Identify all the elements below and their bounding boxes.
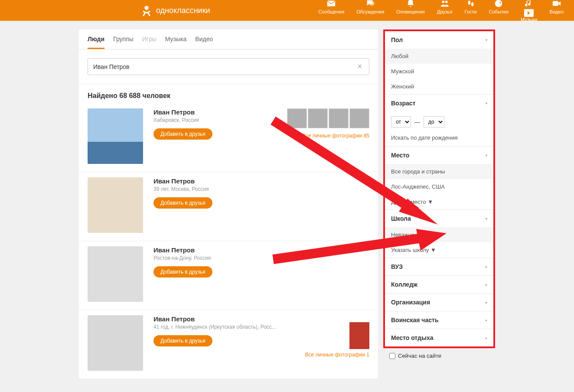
ok-logo-icon	[140, 4, 153, 16]
chevron-right-icon: ▸	[486, 301, 487, 304]
filter-school-head[interactable]: Школа▾	[385, 210, 493, 227]
main-column: Люди Группы Игры Музыка Видео × Найдено …	[79, 29, 378, 379]
nav-notifications[interactable]: Оповещения	[396, 0, 425, 22]
filters-sidebar: Пол▾ Любой Мужской Женский Возраст▾ от —…	[383, 29, 495, 348]
all-photos-link[interactable]: Все личные фотографии 1	[305, 352, 369, 358]
svg-point-5	[471, 2, 473, 6]
photo-thumb[interactable]	[287, 108, 307, 128]
filter-gender-female[interactable]: Женский	[385, 79, 493, 94]
video-icon	[552, 0, 561, 8]
result-location: Ростов-на-Дону, Россия	[153, 255, 369, 261]
music-play-thumb	[524, 9, 534, 17]
nav-messages[interactable]: Сообщения	[318, 0, 344, 22]
nav-music[interactable]: Музыка	[521, 0, 538, 22]
filter-place: Место▾ Все города и страны Лос-Анджелес,…	[385, 147, 493, 210]
chevron-down-icon: ▾	[486, 38, 487, 42]
photo-thumb[interactable]	[329, 108, 349, 128]
svg-rect-7	[553, 1, 558, 6]
nav-video[interactable]: Видео	[550, 0, 564, 22]
result-row: Иван Петров Хабаровск, Россия Добавить в…	[79, 103, 378, 172]
add-friend-button[interactable]: Добавить в друзья	[153, 197, 212, 209]
age-from-select[interactable]: от	[391, 116, 411, 127]
result-location: 41 год, г. Нижнеудинск (Иркутская област…	[153, 324, 369, 330]
filter-org[interactable]: Организация▸	[385, 294, 493, 311]
filter-gender: Пол▾ Любой Мужской Женский	[385, 31, 493, 95]
age-to-select[interactable]: до	[424, 116, 444, 127]
age-dash: —	[414, 119, 420, 125]
avatar[interactable]	[88, 246, 143, 302]
add-friend-button[interactable]: Добавить в друзья	[153, 128, 212, 140]
avatar[interactable]	[88, 315, 143, 371]
photo-thumb[interactable]	[349, 108, 369, 128]
logo-text: одноклассники	[156, 6, 210, 15]
bell-icon	[406, 0, 415, 8]
result-name[interactable]: Иван Петров	[153, 246, 369, 254]
chevron-right-icon: ▸	[486, 283, 487, 287]
online-now-label: Сейчас на сайте	[398, 353, 441, 359]
svg-point-4	[468, 1, 470, 5]
footprints-icon	[466, 0, 476, 8]
logo[interactable]: одноклассники	[140, 4, 210, 16]
filter-school-specify[interactable]: Указать школу ▼	[385, 242, 493, 258]
filter-college[interactable]: Колледж▸	[385, 276, 493, 294]
music-icon	[524, 0, 534, 8]
search-by-dob-link[interactable]: Искать по дате рождения	[385, 132, 493, 146]
result-name[interactable]: Иван Петров	[153, 315, 369, 323]
all-photos-link[interactable]: Все личные фотографии 85	[302, 133, 369, 139]
results-heading: Найдено 68 688 человек	[79, 84, 378, 103]
chat-icon	[365, 0, 375, 8]
search-input[interactable]	[93, 63, 355, 70]
filter-gender-male[interactable]: Мужской	[385, 64, 493, 79]
tab-people[interactable]: Люди	[88, 36, 104, 49]
result-name[interactable]: Иван Петров	[153, 177, 369, 185]
filter-school: Школа▾ Неважно Указать школу ▼	[385, 210, 493, 258]
chevron-down-icon: ▾	[486, 154, 487, 157]
nav-events[interactable]: События	[489, 0, 509, 22]
filter-age-head[interactable]: Возраст▾	[385, 95, 493, 112]
online-now-checkbox[interactable]	[389, 353, 395, 359]
search-tabs: Люди Группы Игры Музыка Видео	[79, 29, 378, 49]
svg-point-6	[495, 0, 502, 7]
envelope-icon	[326, 0, 336, 8]
add-friend-button[interactable]: Добавить в друзья	[153, 266, 212, 278]
clear-icon[interactable]: ×	[355, 62, 364, 71]
avatar[interactable]	[88, 177, 143, 233]
filter-place-head[interactable]: Место▾	[385, 147, 493, 164]
avatar[interactable]	[88, 108, 143, 164]
filter-university[interactable]: ВУЗ▸	[385, 258, 493, 276]
filter-gender-any[interactable]: Любой	[385, 49, 493, 64]
photo-thumb[interactable]	[349, 315, 369, 349]
filter-place-all[interactable]: Все города и страны	[385, 164, 493, 179]
search-box: ×	[88, 58, 369, 75]
tab-music[interactable]: Музыка	[165, 36, 187, 49]
filter-military[interactable]: Воинская часть▸	[385, 311, 493, 329]
chevron-right-icon: ▸	[486, 318, 487, 322]
tab-games[interactable]: Игры	[142, 36, 157, 49]
nav-discussions[interactable]: Обсуждения	[356, 0, 384, 22]
add-friend-button[interactable]: Добавить в друзья	[153, 335, 212, 346]
filter-age: Возраст▾ от — до Искать по дате рождения	[385, 95, 493, 147]
svg-point-3	[445, 1, 448, 3]
photo-thumbs	[287, 108, 369, 128]
top-header: одноклассники Сообщения Обсуждения Опове…	[0, 0, 574, 21]
filter-place-la[interactable]: Лос-Анджелес, США	[385, 179, 493, 194]
filter-vacation[interactable]: Место отдыха▸	[385, 329, 493, 346]
photo-thumb[interactable]	[308, 108, 328, 128]
nav-guests[interactable]: Гости	[464, 0, 476, 22]
calendar-icon	[494, 0, 503, 8]
search-row: ×	[79, 49, 378, 84]
filter-gender-head[interactable]: Пол▾	[385, 31, 493, 49]
tab-groups[interactable]: Группы	[113, 36, 134, 49]
chevron-down-icon: ▾	[486, 101, 487, 105]
top-nav: Сообщения Обсуждения Оповещения Друзья Г…	[318, 0, 564, 22]
filter-place-other[interactable]: Другое место ▼	[385, 194, 493, 209]
chevron-down-icon: ▾	[486, 217, 487, 221]
result-location: 39 лет, Москва, Россия	[153, 186, 369, 192]
chevron-right-icon: ▸	[486, 265, 487, 269]
friends-icon	[440, 0, 450, 8]
result-row: Иван Петров 39 лет, Москва, Россия Добав…	[79, 172, 378, 241]
tab-video[interactable]: Видео	[195, 36, 213, 49]
nav-friends[interactable]: Друзья	[437, 0, 453, 22]
filter-school-any[interactable]: Неважно	[385, 227, 493, 242]
svg-rect-1	[327, 1, 335, 7]
